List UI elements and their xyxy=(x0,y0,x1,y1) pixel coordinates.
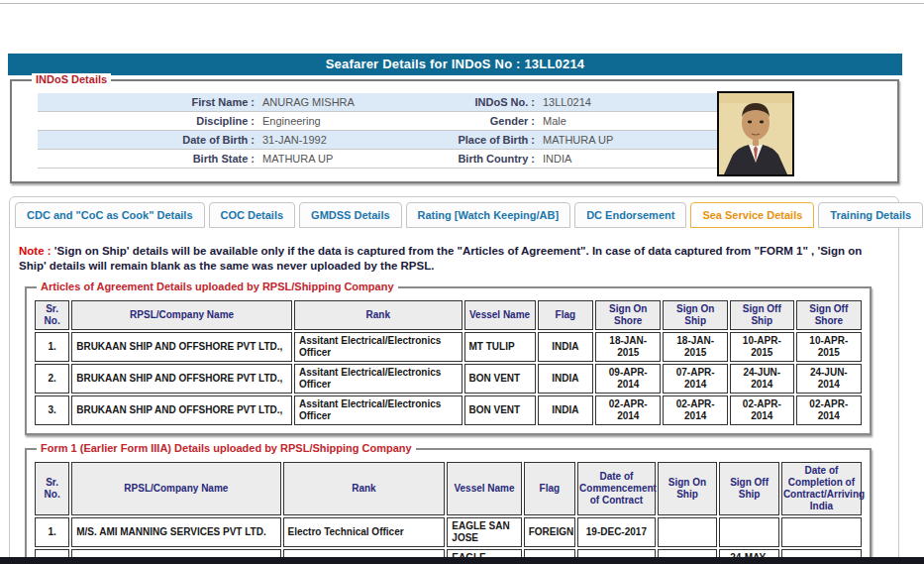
tab-training-details[interactable]: Training Details xyxy=(818,202,923,228)
tab-rating-watch-keeping-ab[interactable]: Rating [Watch Keeping/AB] xyxy=(406,202,571,228)
detail-row: Birth State :MATHURA UPBirth Country :IN… xyxy=(38,150,719,169)
field-label: INDoS No. : xyxy=(411,93,535,111)
column-header: Vessel Name xyxy=(447,462,521,515)
column-header: Sign Off Ship xyxy=(730,300,794,330)
column-header: Sign Off Shore xyxy=(796,300,862,330)
table-cell: BON VENT xyxy=(464,395,536,425)
articles-of-agreement-section: Articles of Agreement Details uploaded b… xyxy=(25,286,872,435)
column-header: Flag xyxy=(524,462,575,515)
table-cell: 1. xyxy=(35,332,69,362)
table-cell: Assitant Electrical/Electronics Officer xyxy=(294,395,462,425)
column-header: RPSL/Company Name xyxy=(71,462,280,515)
field-label: Discipline : xyxy=(38,112,255,130)
field-value: MATHURA UP xyxy=(535,131,719,149)
field-value: Engineering xyxy=(255,112,411,130)
field-label: Date of Birth : xyxy=(38,131,255,149)
table-cell: Electro Technical Officer xyxy=(283,517,446,547)
table-cell xyxy=(781,517,862,547)
form1-legend: Form 1 (Earlier Form IIIA) Details uploa… xyxy=(37,442,416,454)
field-label: Gender : xyxy=(411,112,535,130)
column-header: Sr. No. xyxy=(35,300,69,330)
column-header: Date of Completion of Contract/Arriving … xyxy=(781,462,862,515)
table-cell: 09-APR-2014 xyxy=(595,364,661,394)
column-header: Sign Off Ship xyxy=(719,462,779,515)
tab-cdc-and-coc-as-cook-details[interactable]: CDC and "CoC as Cook" Details xyxy=(15,202,205,228)
table-cell: BON VENT xyxy=(464,364,536,394)
form1-table: Sr. No.RPSL/Company NameRankVessel NameF… xyxy=(33,460,864,564)
articles-table: Sr. No.RPSL/Company NameRankVessel NameF… xyxy=(33,298,864,427)
form1-section: Form 1 (Earlier Form IIIA) Details uploa… xyxy=(25,448,872,564)
table-cell: 3. xyxy=(35,395,69,425)
bottom-edge-bar xyxy=(0,557,924,564)
detail-row: Discipline :EngineeringGender :Male xyxy=(38,112,719,131)
column-header: Rank xyxy=(294,300,462,330)
table-cell: INDIA xyxy=(538,332,594,362)
table-cell: 07-APR-2014 xyxy=(663,364,728,394)
table-cell: INDIA xyxy=(538,395,594,425)
field-value: MATHURA UP xyxy=(255,150,411,168)
note-prefix: Note : xyxy=(19,245,51,257)
detail-row: Date of Birth :31-JAN-1992Place of Birth… xyxy=(38,131,719,150)
column-header: Rank xyxy=(283,462,446,515)
table-row: 3.BRUKAAN SHIP AND OFFSHORE PVT LTD.,Ass… xyxy=(35,395,862,425)
seafarer-photo xyxy=(717,91,794,176)
note-text: Note : 'Sign on Ship' details will be av… xyxy=(19,244,889,274)
column-header: Sign On Ship xyxy=(663,300,728,330)
table-cell: 19-DEC-2017 xyxy=(577,517,656,547)
tab-dc-endorsement[interactable]: DC Endorsement xyxy=(574,202,686,228)
detail-row: First Name :ANURAG MISHRAINDoS No. :13LL… xyxy=(38,93,719,112)
table-cell: FOREIGN xyxy=(524,517,575,547)
table-cell: Assitant Electrical/Electronics Officer xyxy=(294,332,462,362)
field-value: ANURAG MISHRA xyxy=(255,93,411,111)
table-cell: 24-JUN-2014 xyxy=(796,364,862,394)
column-header: Vessel Name xyxy=(464,300,536,330)
field-label: Birth Country : xyxy=(411,150,535,168)
table-cell: 10-APR-2015 xyxy=(730,332,794,362)
table-cell: INDIA xyxy=(538,364,594,394)
header-row: Sr. No.RPSL/Company NameRankVessel NameF… xyxy=(35,462,862,515)
table-cell: 02-APR-2014 xyxy=(595,395,661,425)
page-top-divider xyxy=(0,3,924,4)
tab-bar: CDC and "CoC as Cook" DetailsCOC Details… xyxy=(10,197,898,228)
table-cell: 02-APR-2014 xyxy=(796,395,862,425)
field-value: 31-JAN-1992 xyxy=(255,131,411,149)
column-header: Flag xyxy=(538,300,594,330)
table-row: 1.BRUKAAN SHIP AND OFFSHORE PVT LTD.,Ass… xyxy=(35,332,862,362)
tab-coc-details[interactable]: COC Details xyxy=(209,202,296,228)
indos-details-rows: First Name :ANURAG MISHRAINDoS No. :13LL… xyxy=(38,93,719,169)
table-cell: Assitant Electrical/Electronics Officer xyxy=(294,364,462,394)
header-row: Sr. No.RPSL/Company NameRankVessel NameF… xyxy=(35,300,862,330)
column-header: Sign On Ship xyxy=(658,462,718,515)
field-value: Male xyxy=(535,112,719,130)
table-cell: 10-APR-2015 xyxy=(796,332,862,362)
column-header: Sr. No. xyxy=(35,462,69,515)
table-cell: 02-APR-2014 xyxy=(730,395,794,425)
field-label: Birth State : xyxy=(38,150,255,168)
table-cell xyxy=(658,517,718,547)
articles-of-agreement-legend: Articles of Agreement Details uploaded b… xyxy=(37,281,398,292)
page-title: Seafarer Details for INDoS No : 13LL0214 xyxy=(8,54,902,75)
table-cell: M/S. AMI MANNING SERVICES PVT LTD. xyxy=(71,517,280,547)
table-cell xyxy=(719,517,779,547)
table-cell: MT TULIP xyxy=(464,332,536,362)
table-row: 2.BRUKAAN SHIP AND OFFSHORE PVT LTD.,Ass… xyxy=(35,364,862,394)
indos-details-legend: INDoS Details xyxy=(32,73,111,85)
table-cell: 2. xyxy=(35,364,69,394)
table-cell: BRUKAAN SHIP AND OFFSHORE PVT LTD., xyxy=(71,332,292,362)
table-cell: 24-JUN-2014 xyxy=(730,364,794,394)
field-value: INDIA xyxy=(535,150,719,168)
table-cell: BRUKAAN SHIP AND OFFSHORE PVT LTD., xyxy=(71,395,292,425)
tab-gmdss-details[interactable]: GMDSS Details xyxy=(299,202,401,228)
tab-content-panel: CDC and "CoC as Cook" DetailsCOC Details… xyxy=(9,196,899,564)
table-row: 1.M/S. AMI MANNING SERVICES PVT LTD.Elec… xyxy=(35,517,862,547)
field-label: First Name : xyxy=(38,93,255,111)
field-value: 13LL0214 xyxy=(535,93,719,111)
tab-sea-service-details[interactable]: Sea Service Details xyxy=(690,202,814,228)
table-cell: 18-JAN-2015 xyxy=(595,332,661,362)
table-cell: EAGLE SAN JOSE xyxy=(447,517,521,547)
column-header: Date of Commencement of Contract xyxy=(577,462,656,515)
table-cell: 18-JAN-2015 xyxy=(663,332,728,362)
table-cell: 1. xyxy=(35,517,69,547)
note-body: 'Sign on Ship' details will be available… xyxy=(19,245,862,272)
field-label: Place of Birth : xyxy=(411,131,535,149)
